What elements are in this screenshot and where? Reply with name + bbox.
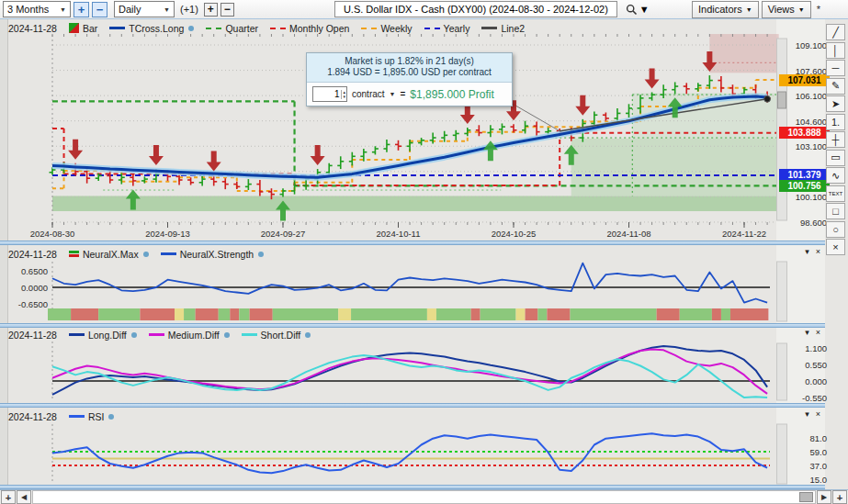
price-tick-label: 98.600 <box>785 218 827 228</box>
neuralx-max-segment <box>436 308 471 320</box>
indicators-menu-label: Indicators <box>698 4 742 15</box>
price-tick-label: 103.100 <box>785 141 827 151</box>
scrollbar-track[interactable] <box>32 490 816 504</box>
contract-unit-label: contract <box>352 89 385 99</box>
neuralx-max-segment <box>547 308 570 320</box>
offset-plus-button[interactable]: + <box>204 3 218 17</box>
date-tick-label: 2024-11-22 <box>722 229 766 239</box>
legend-label: Yearly <box>444 23 470 34</box>
quantity-stepper[interactable]: ▴ ▾ <box>341 90 346 99</box>
rsi-tick-label: 81.0 <box>785 433 827 443</box>
line-diagonal-icon[interactable]: ╱ <box>826 24 845 40</box>
legend-item-weekly[interactable]: Weekly <box>361 23 412 34</box>
profit-value: $1,895.000 Profit <box>410 88 493 101</box>
views-menu-button[interactable]: Views ▼ <box>762 1 811 18</box>
scrollbar-thumb[interactable] <box>799 492 813 502</box>
panel-close-button[interactable]: × <box>816 247 820 256</box>
zoom-in-button[interactable]: + <box>73 2 89 17</box>
legend-item-neuralx-max[interactable]: NeuralX.Max <box>69 249 149 260</box>
legend-swatch-icon <box>109 27 125 29</box>
marker-icon[interactable]: ➤ <box>826 95 845 112</box>
top-toolbar: 3 Months ▼ + − Daily ▼ (+1) + − U.S. Dol… <box>0 0 848 19</box>
scroll-zoom-in-button[interactable]: + <box>832 490 847 504</box>
panel-separator[interactable] <box>0 241 825 245</box>
date-tick-label: 2024-10-11 <box>377 229 421 239</box>
symbol-search-button[interactable]: ▼ <box>626 4 650 16</box>
views-menu-label: Views <box>768 4 795 15</box>
legend-item-rsi[interactable]: RSI <box>69 411 115 422</box>
neuralx-max-segment <box>196 308 219 320</box>
scroll-left-button[interactable]: ◀ <box>17 490 31 504</box>
wave-icon[interactable]: ∿ <box>826 167 845 184</box>
info-icon[interactable] <box>143 252 149 257</box>
sell-arrow-icon <box>149 145 164 165</box>
scroll-zoom-out-button[interactable]: + <box>1 490 16 504</box>
crosshair-icon[interactable]: ┼ <box>826 131 845 148</box>
equals-label: = <box>401 89 406 99</box>
ellipse-tool-icon[interactable]: ○ <box>826 221 845 238</box>
text-tool-icon[interactable]: TEXT <box>826 185 845 202</box>
legend-swatch-icon <box>481 27 497 29</box>
legend-item-tcross-long[interactable]: TCross.Long <box>109 23 194 34</box>
legend-label: RSI <box>88 411 105 422</box>
contract-quantity-input[interactable]: 1 ▴ ▾ <box>312 86 347 102</box>
neuralx-max-segment <box>338 308 351 320</box>
info-icon[interactable] <box>305 332 311 338</box>
range-select[interactable]: 3 Months ▼ <box>3 1 71 17</box>
panel-collapse-button[interactable]: ▾ <box>805 328 809 337</box>
legend-swatch-icon <box>242 333 257 336</box>
scroll-right-button[interactable]: ▶ <box>817 490 831 504</box>
tooltip-line1: Market is up 1.82% in 21 day(s) <box>311 56 508 67</box>
indicators-menu-button[interactable]: Indicators ▼ <box>692 1 759 18</box>
legend-item-bar[interactable]: Bar <box>69 23 97 34</box>
rectangle-tool-icon[interactable]: □ <box>826 203 845 219</box>
info-icon[interactable] <box>108 414 114 420</box>
callout-icon[interactable]: ▭ <box>826 150 845 166</box>
panel-collapse-button[interactable]: ▾ <box>805 247 809 256</box>
pencil-icon[interactable]: ✎ <box>826 78 845 95</box>
panel-collapse-button[interactable]: ▾ <box>805 409 809 419</box>
info-icon[interactable] <box>188 26 194 31</box>
legend-swatch-icon <box>161 252 176 255</box>
legend-item-neuralx-strength[interactable]: NeuralX.Strength <box>161 249 265 260</box>
neuralx-max-segment <box>239 308 249 320</box>
zoom-out-button[interactable]: − <box>92 2 107 17</box>
line-vertical-icon[interactable]: │ <box>826 42 845 59</box>
panel-separator[interactable] <box>0 403 825 408</box>
legend-item-short-diff[interactable]: Short.Diff <box>242 330 311 341</box>
offset-minus-button[interactable]: − <box>220 3 234 17</box>
rsi-tick-label: 15.0 <box>785 475 827 485</box>
legend-label: Bar <box>83 23 97 34</box>
legend-item-yearly[interactable]: Yearly <box>424 23 470 34</box>
close-tool-icon[interactable]: × <box>826 239 845 255</box>
info-icon[interactable] <box>131 332 137 338</box>
profit-tooltip: Market is up 1.82% in 21 day(s) 1.894 US… <box>306 52 513 106</box>
legend-item-monthly-open[interactable]: Monthly Open <box>270 23 349 34</box>
line-horizontal-icon[interactable]: ─ <box>826 60 845 76</box>
resistance-zone <box>709 34 778 73</box>
neuralx-max-segment <box>712 308 721 320</box>
legend-item-line2[interactable]: Line2 <box>481 23 525 34</box>
panel-close-button[interactable]: × <box>816 409 820 419</box>
info-icon[interactable] <box>224 332 230 338</box>
diff-tick-label: 0.000 <box>785 376 827 386</box>
panel-close-button[interactable]: × <box>816 328 820 337</box>
legend-item-medium-diff[interactable]: Medium.Diff <box>149 330 230 341</box>
trend-step-icon[interactable]: 1. <box>826 114 845 130</box>
legend-swatch-icon <box>69 415 85 418</box>
info-icon[interactable] <box>258 252 264 257</box>
neuralx-max-segment <box>481 308 516 320</box>
period-select[interactable]: Daily ▼ <box>114 1 175 17</box>
search-icon <box>626 4 638 16</box>
legend-item-long-diff[interactable]: Long.Diff <box>69 330 137 341</box>
main-chart-legend: 2024-11-28BarTCross.LongQuarterMonthly O… <box>8 21 525 35</box>
chevron-down-icon[interactable]: ▼ <box>390 91 396 97</box>
sell-arrow-icon <box>575 95 590 116</box>
period-offset-label: (+1) <box>180 4 198 15</box>
neuralx-strength-line <box>52 263 767 303</box>
price-level-badge: 103.888 <box>779 127 830 139</box>
stepper-down-icon[interactable]: ▾ <box>343 95 345 99</box>
legend-item-quarter[interactable]: Quarter <box>206 23 258 34</box>
neuralx-max-segment <box>71 308 98 320</box>
range-select-value: 3 Months <box>7 4 49 15</box>
